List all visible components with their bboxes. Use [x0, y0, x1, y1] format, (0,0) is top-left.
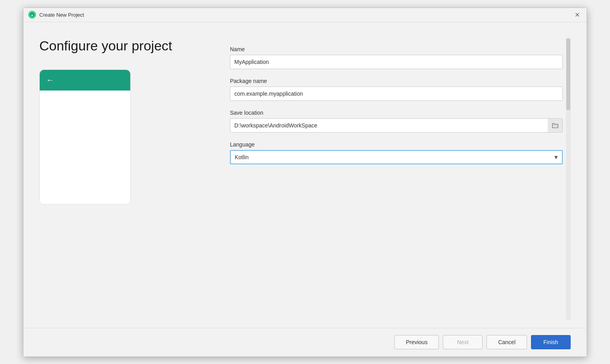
name-label: Name: [230, 46, 563, 52]
phone-preview: ←: [39, 69, 131, 204]
name-group: Name: [230, 46, 563, 69]
phone-header: ←: [40, 70, 130, 91]
language-group: Language Kotlin Java ▼: [230, 141, 563, 164]
scrollbar-track: [566, 38, 571, 320]
app-icon: A: [28, 11, 36, 19]
language-select-wrapper: Kotlin Java ▼: [230, 150, 563, 164]
footer: Previous Next Cancel Finish: [23, 328, 587, 356]
content-area: Configure your project ← Name Package: [23, 22, 587, 356]
previous-button[interactable]: Previous: [394, 335, 439, 349]
save-location-label: Save location: [230, 110, 563, 116]
package-input[interactable]: [230, 87, 563, 101]
package-label: Package name: [230, 78, 563, 84]
phone-body: [40, 91, 130, 204]
save-location-input[interactable]: [230, 118, 563, 133]
next-button[interactable]: Next: [443, 335, 483, 349]
browse-folder-button[interactable]: [548, 118, 563, 133]
finish-button[interactable]: Finish: [531, 335, 571, 349]
left-panel: Configure your project ←: [39, 38, 206, 320]
language-select[interactable]: Kotlin Java: [230, 150, 563, 164]
name-input[interactable]: [230, 55, 563, 69]
right-panel: Name Package name Save location: [230, 38, 571, 320]
window-title: Create New Project: [39, 12, 572, 18]
package-group: Package name: [230, 78, 563, 101]
language-label: Language: [230, 141, 563, 148]
main-window: A Create New Project ✕ Configure your pr…: [23, 8, 587, 357]
phone-back-arrow-icon: ←: [46, 75, 54, 85]
cancel-button[interactable]: Cancel: [486, 335, 527, 349]
page-title: Configure your project: [39, 38, 206, 54]
svg-text:A: A: [31, 13, 33, 17]
title-bar: A Create New Project ✕: [23, 8, 587, 22]
save-location-input-wrapper: [230, 118, 563, 133]
main-area: Configure your project ← Name Package: [23, 22, 587, 328]
scrollbar-thumb[interactable]: [566, 39, 570, 110]
close-button[interactable]: ✕: [572, 10, 582, 19]
save-location-group: Save location: [230, 110, 563, 133]
